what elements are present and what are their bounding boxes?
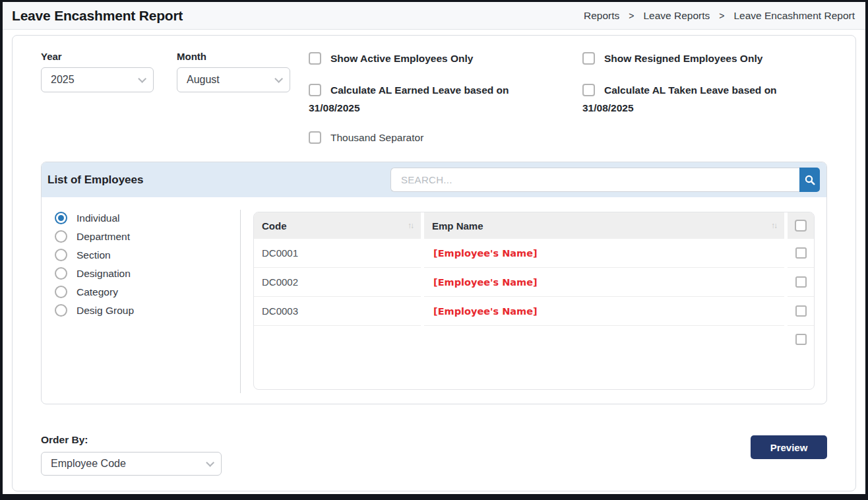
checkbox-column-left: Show Active Employees Only Calculate AL … xyxy=(309,49,528,117)
filter-mode-group: Individual Department Section Designatio… xyxy=(42,197,240,404)
table-row-select-cell xyxy=(788,297,814,326)
search-icon xyxy=(805,175,815,185)
table-row-code: DC0002 xyxy=(254,268,421,297)
show-active-checkbox[interactable] xyxy=(309,52,321,65)
table-row-select-cell xyxy=(788,326,814,389)
radio-label: Department xyxy=(77,231,130,243)
calc-earned-checkbox[interactable] xyxy=(309,84,321,96)
show-resigned-label: Show Resigned Employees Only xyxy=(604,53,762,64)
calc-taken-checkbox[interactable] xyxy=(582,84,595,96)
radio-section[interactable]: Section xyxy=(55,249,240,261)
row-checkbox[interactable] xyxy=(795,276,807,288)
column-header-emp-name[interactable]: Emp Name ↑↓ xyxy=(424,212,784,239)
calc-taken-option[interactable]: Calculate AL Taken Leave based on 31/08/… xyxy=(582,81,810,117)
vertical-divider xyxy=(240,210,241,393)
chevron-down-icon xyxy=(138,75,146,83)
calc-taken-label: Calculate AL Taken Leave based on 31/08/… xyxy=(582,84,777,113)
show-active-label: Show Active Employees Only xyxy=(330,53,474,64)
row-checkbox[interactable] xyxy=(795,305,807,317)
table-row-emp-name: [Employee's Name] xyxy=(424,239,784,268)
breadcrumb-separator: > xyxy=(629,11,634,21)
radio-category[interactable]: Category xyxy=(55,286,240,298)
radio-label: Designation xyxy=(77,268,131,280)
employee-panel-header: List of Employees xyxy=(42,162,826,197)
month-value: August xyxy=(187,74,220,86)
chevron-down-icon xyxy=(274,75,283,83)
search-button[interactable] xyxy=(799,168,820,192)
thousand-separator-option[interactable]: Thousand Separator xyxy=(309,129,827,146)
table-row-code: DC0001 xyxy=(254,239,421,268)
employee-list-panel: List of Employees Individual xyxy=(41,162,827,404)
order-by-label: Order By: xyxy=(41,434,222,446)
radio-department[interactable]: Department xyxy=(55,230,240,243)
preview-button[interactable]: Preview xyxy=(751,435,827,459)
chevron-down-icon xyxy=(206,458,214,467)
column-header-code[interactable]: Code ↑↓ xyxy=(254,212,421,239)
table-row-select-cell xyxy=(788,239,814,268)
radio-desig-group[interactable]: Desig Group xyxy=(55,304,240,317)
app-window: Leave Encashment Report Reports > Leave … xyxy=(3,2,865,494)
table-row-select-cell xyxy=(788,268,814,297)
code-header-label: Code xyxy=(262,220,287,232)
table-row-emp-name: [Employee's Name] xyxy=(424,268,784,297)
emp-name-header-label: Emp Name xyxy=(432,220,483,232)
breadcrumb-separator: > xyxy=(719,11,724,21)
calc-earned-label: Calculate AL Earned Leave based on 31/08… xyxy=(309,84,509,113)
show-resigned-option[interactable]: Show Resigned Employees Only xyxy=(582,49,810,67)
row-checkbox[interactable] xyxy=(795,334,807,345)
table-row-code: DC0003 xyxy=(254,297,421,326)
year-value: 2025 xyxy=(51,74,75,86)
radio-label: Individual xyxy=(77,212,120,224)
radio-designation[interactable]: Designation xyxy=(55,267,240,280)
radio-label: Category xyxy=(77,286,118,298)
month-label: Month xyxy=(177,51,290,62)
month-field: Month August xyxy=(177,51,290,92)
report-form-card: Year 2025 Month August Show Active Emplo… xyxy=(12,35,856,491)
top-bar: Leave Encashment Report Reports > Leave … xyxy=(3,2,865,30)
search-input[interactable] xyxy=(390,168,799,192)
order-by-field: Order By: Employee Code xyxy=(41,434,222,476)
empty-cell xyxy=(424,326,784,389)
year-field: Year 2025 xyxy=(41,51,154,92)
breadcrumb-leave-reports[interactable]: Leave Reports xyxy=(643,10,710,22)
year-select[interactable]: 2025 xyxy=(41,67,154,92)
order-by-value: Employee Code xyxy=(51,458,126,470)
calc-earned-option[interactable]: Calculate AL Earned Leave based on 31/08… xyxy=(309,81,528,117)
row-checkbox[interactable] xyxy=(795,247,807,259)
checkbox-column-right: Show Resigned Employees Only Calculate A… xyxy=(582,49,810,117)
select-all-checkbox[interactable] xyxy=(795,220,807,232)
sort-icon[interactable]: ↑↓ xyxy=(408,221,413,230)
radio-label: Desig Group xyxy=(77,305,134,317)
year-label: Year xyxy=(41,51,154,62)
radio-individual[interactable]: Individual xyxy=(55,212,240,224)
page-title: Leave Encashment Report xyxy=(12,8,183,24)
sort-icon[interactable]: ↑↓ xyxy=(771,221,776,230)
thousand-separator-label: Thousand Separator xyxy=(330,132,423,143)
show-active-option[interactable]: Show Active Employees Only xyxy=(309,49,528,67)
employee-panel-body: Individual Department Section Designatio… xyxy=(42,197,826,404)
radio-label: Section xyxy=(77,249,111,261)
table-row-emp-name: [Employee's Name] xyxy=(424,297,784,326)
month-select[interactable]: August xyxy=(177,67,290,92)
footer-actions: Order By: Employee Code Preview xyxy=(41,434,827,476)
employee-search xyxy=(390,168,820,192)
breadcrumb: Reports > Leave Reports > Leave Encashme… xyxy=(584,10,855,22)
breadcrumb-current: Leave Encashment Report xyxy=(733,10,855,22)
employee-table: Code ↑↓ Emp Name ↑↓ DC0001 [Employee's N… xyxy=(253,212,815,390)
filters-section: Year 2025 Month August Show Active Emplo… xyxy=(41,51,827,117)
order-by-select[interactable]: Employee Code xyxy=(41,452,222,476)
show-resigned-checkbox[interactable] xyxy=(582,52,595,65)
select-all-cell xyxy=(788,212,814,239)
empty-cell xyxy=(254,326,421,389)
breadcrumb-reports[interactable]: Reports xyxy=(584,10,619,22)
employee-panel-title: List of Employees xyxy=(47,173,143,187)
thousand-separator-row: Thousand Separator xyxy=(309,129,827,146)
thousand-separator-checkbox[interactable] xyxy=(309,131,321,144)
